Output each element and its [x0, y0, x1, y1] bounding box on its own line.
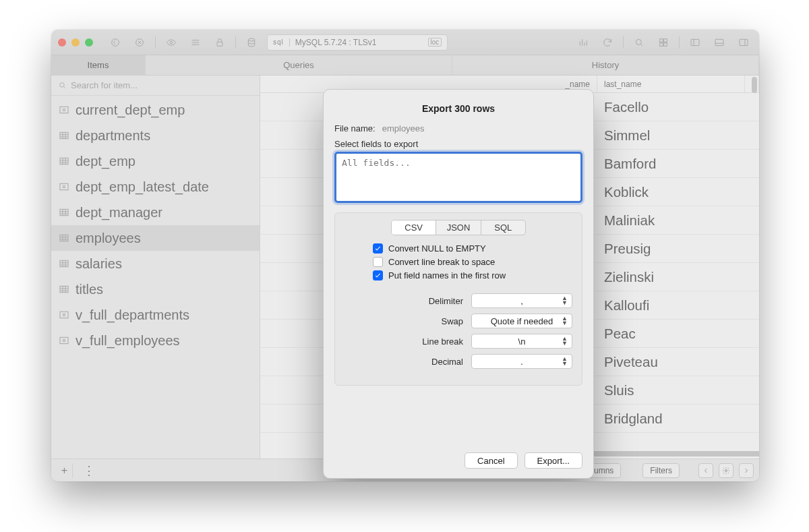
prev-page-button[interactable] — [698, 463, 713, 478]
sidebar-item-label: v_full_departments — [76, 307, 189, 323]
filters-button[interactable]: Filters — [642, 463, 680, 478]
sidebar-right-icon[interactable] — [735, 34, 752, 51]
export-button[interactable]: Export... — [525, 452, 582, 469]
protocol-label: sql — [273, 38, 284, 46]
minimize-window-icon[interactable] — [71, 38, 80, 47]
cell-last-name: Piveteau — [597, 348, 759, 376]
sidebar-item-label: employees — [76, 231, 141, 246]
file-name-value[interactable]: employees — [382, 123, 425, 134]
format-json-tab[interactable]: JSON — [436, 220, 481, 235]
svg-point-15 — [63, 109, 65, 111]
svg-rect-14 — [60, 107, 68, 113]
cell-last-name: Maliniak — [597, 206, 759, 234]
back-nav-icon[interactable] — [107, 34, 124, 51]
svg-point-0 — [112, 38, 119, 46]
sidebar-item-v_full_departments[interactable]: v_full_departments — [51, 302, 260, 328]
svg-rect-24 — [60, 312, 68, 318]
sidebar: Search for item... current_dept_empdepar… — [51, 76, 260, 459]
svg-rect-17 — [60, 158, 68, 164]
swap-label: Swap — [441, 316, 463, 326]
close-window-icon[interactable] — [58, 38, 66, 47]
sidebar-item-dept_manager[interactable]: dept_manager — [51, 200, 260, 225]
svg-point-19 — [63, 185, 65, 187]
checkbox-linebreak-to-space[interactable]: Convert line break to space — [373, 257, 572, 267]
more-actions-button[interactable]: ⋮ — [81, 463, 97, 478]
sidebar-item-current_dept_emp[interactable]: current_dept_emp — [51, 97, 260, 123]
chart-icon[interactable] — [574, 34, 592, 51]
swap-select[interactable]: Quote if needed ▲▼ — [471, 314, 572, 328]
svg-point-5 — [636, 39, 641, 45]
svg-rect-9 — [664, 42, 667, 46]
connection-pill[interactable]: sql MySQL 5.7.24 : TLSv1 loc — [267, 34, 448, 51]
add-button[interactable]: + — [57, 463, 73, 478]
grid-icon[interactable] — [655, 34, 672, 51]
refresh-icon[interactable] — [599, 34, 616, 51]
svg-point-4 — [248, 38, 254, 41]
col-last-name[interactable]: last_name — [597, 76, 745, 92]
tab-queries[interactable]: Queries — [146, 55, 452, 75]
cancel-button[interactable]: Cancel — [465, 452, 517, 469]
fields-to-export-input[interactable] — [334, 152, 582, 203]
table-icon — [58, 284, 70, 295]
format-sql-tab[interactable]: SQL — [481, 220, 525, 235]
svg-rect-22 — [60, 260, 68, 266]
sidebar-item-titles[interactable]: titles — [51, 276, 260, 302]
dialog-title: Export 300 rows — [334, 103, 582, 114]
sidebar-item-label: departments — [76, 128, 150, 144]
tab-items[interactable]: Items — [51, 55, 146, 75]
checkbox-null-to-empty[interactable]: Convert NULL to EMPTY — [373, 243, 572, 254]
table-icon — [58, 233, 70, 243]
cell-last-name: Kalloufi — [597, 291, 759, 319]
svg-rect-7 — [664, 38, 667, 42]
sidebar-item-dept_emp[interactable]: dept_emp — [51, 148, 260, 174]
sidebar-item-employees[interactable]: employees — [51, 225, 260, 251]
file-name-label: File name: — [334, 123, 376, 134]
search-icon[interactable] — [630, 34, 648, 51]
next-page-button[interactable] — [739, 463, 754, 478]
titlebar: sql MySQL 5.7.24 : TLSv1 loc — [51, 30, 759, 55]
tab-bar: Items Queries History — [51, 55, 759, 76]
svg-rect-21 — [60, 235, 68, 241]
stop-icon[interactable] — [131, 34, 148, 51]
checkbox-icon — [373, 243, 383, 254]
svg-point-13 — [60, 83, 65, 87]
svg-rect-12 — [740, 39, 748, 45]
panel-bottom-icon[interactable] — [711, 34, 728, 51]
svg-rect-20 — [60, 209, 68, 215]
checkbox-fieldnames-first-row[interactable]: Put field names in the first row — [373, 270, 572, 280]
format-tabs: CSV JSON SQL — [391, 220, 526, 235]
delimiter-select[interactable]: , ▲▼ — [471, 293, 572, 308]
decimal-label: Decimal — [431, 357, 463, 367]
visibility-icon[interactable] — [162, 34, 180, 51]
view-icon — [58, 309, 70, 320]
sidebar-left-icon[interactable] — [686, 34, 704, 51]
vertical-scrollbar[interactable] — [748, 76, 759, 459]
cell-last-name: Simmel — [597, 121, 759, 149]
sidebar-item-departments[interactable]: departments — [51, 123, 260, 148]
file-name-row: File name: employees — [334, 123, 582, 134]
sidebar-item-salaries[interactable]: salaries — [51, 251, 260, 276]
sidebar-item-dept_emp_latest_date[interactable]: dept_emp_latest_date — [51, 174, 260, 200]
window-traffic-lights[interactable] — [58, 38, 93, 47]
format-csv-tab[interactable]: CSV — [392, 220, 436, 235]
zoom-window-icon[interactable] — [85, 38, 93, 47]
decimal-select[interactable]: . ▲▼ — [471, 354, 572, 369]
sidebar-item-label: dept_emp — [76, 154, 136, 169]
database-icon[interactable] — [243, 34, 260, 51]
svg-rect-11 — [715, 39, 723, 45]
lock-icon[interactable] — [211, 34, 229, 51]
settings-gear-icon[interactable] — [719, 463, 733, 478]
sidebar-item-label: salaries — [76, 256, 122, 272]
cell-last-name: Bridgland — [597, 405, 759, 432]
svg-rect-26 — [60, 337, 68, 343]
delimiter-label: Delimiter — [429, 296, 463, 306]
connection-label: MySQL 5.7.24 : TLSv1 — [295, 38, 377, 47]
linebreak-select[interactable]: \n ▲▼ — [471, 334, 572, 349]
sidebar-item-label: titles — [76, 282, 103, 297]
search-placeholder: Search for item... — [71, 80, 138, 90]
tab-history[interactable]: History — [452, 55, 759, 75]
sidebar-item-label: dept_manager — [76, 205, 162, 220]
sidebar-item-v_full_employees[interactable]: v_full_employees — [51, 328, 260, 353]
list-icon[interactable] — [187, 34, 204, 51]
sidebar-search[interactable]: Search for item... — [51, 76, 260, 96]
